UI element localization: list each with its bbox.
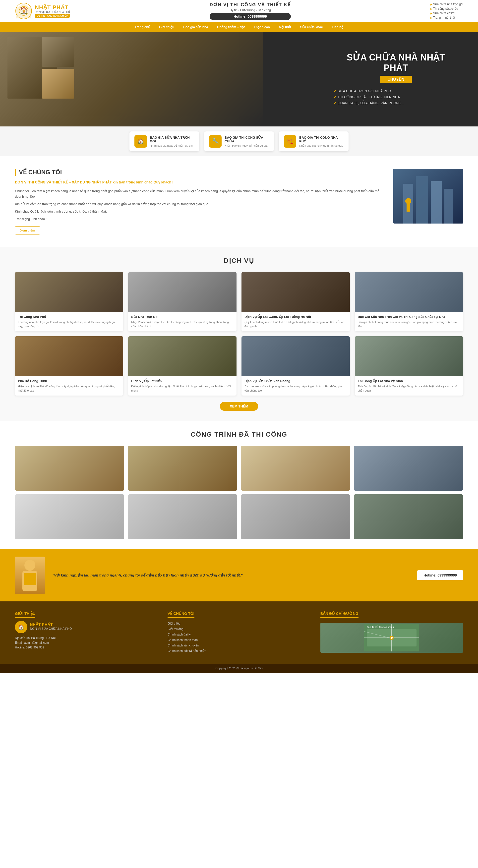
services-section: DỊCH VỤ Thi Công Nhà Phố Thi công nhà ph… (0, 247, 478, 421)
project-item (128, 446, 237, 491)
hero-image-2 (42, 69, 74, 99)
svg-rect-14 (24, 573, 36, 585)
footer: GIỚI THIỆU 🏠 NHẬT PHÁT ĐƠN VỊ SỬA CHỮA N… (0, 601, 478, 663)
main-nav: Trang chủGiới thiệuBáo giá sửa nhàChống … (0, 22, 478, 32)
service-item[interactable]: Thi Công Nhà Phố Thi công nhà phố trọn g… (15, 272, 123, 331)
service-item-image (128, 336, 237, 376)
footer-col2-title: VỀ CHÚNG TÔI (168, 611, 194, 618)
service-card[interactable]: 🏗️ BÁO GIÁ THI CÔNG NHÀ PHỐ Nhận báo giá… (279, 131, 349, 151)
service-item[interactable]: Báo Giá Sửa Nhà Trọn Gói và Thi Công Sửa… (355, 272, 463, 331)
about-highlight: ĐƠN VỊ THI CÔNG VÀ THIẾT KẾ – XÂY DỰNG N… (15, 180, 383, 185)
hero-list-item: SỬA CHỮA TRỌN GÓI NHÀ PHỐ (334, 88, 458, 94)
footer-link-item[interactable]: Chính sách vận chuyển (168, 643, 310, 648)
service-item-desc: Thi công ốp lát nhà vệ sinh. Tại vẻ đẹp … (358, 384, 460, 393)
banner-hotline[interactable]: Hotline: 0999999999 (417, 570, 463, 580)
right-link-item[interactable]: Thi công sửa chữa (430, 6, 463, 11)
service-card-content: BÁO GIÁ THI CÔNG NHÀ PHỐ Nhận báo giá ng… (299, 136, 343, 147)
hero-image-1 (42, 37, 74, 67)
service-item-desc: Hiện nay dịch vụ Phá dỡ công trình xây d… (18, 384, 120, 393)
about-paragraphs: Chúng tôi luôn tâm niệm khách hàng là nh… (15, 188, 383, 222)
svg-text:⚙: ⚙ (22, 9, 25, 13)
service-card-desc: Nhận báo giá ngay để nhận ưu đãi. (299, 144, 343, 147)
services-title: DỊCH VỤ (15, 257, 463, 265)
hero-title: SỬA CHỮA NHÀ NHẬT PHÁT (334, 52, 458, 73)
hero-images (7, 37, 74, 99)
footer-email: Email: admin@gmail.com (15, 641, 157, 645)
footer-link-item[interactable]: Giải thưởng (168, 626, 310, 632)
nav-item[interactable]: Liên hệ (327, 22, 348, 32)
hero-list-item: QUÁN CAFE, CỬA HÀNG, VĂN PHÒNG... (334, 100, 458, 106)
banner-person-image (15, 557, 45, 594)
project-item (15, 446, 124, 491)
service-item[interactable]: Dịch Vụ Sửa Chữa Văn Phòng Dịch vụ sửa c… (241, 336, 350, 396)
project-item (241, 446, 350, 491)
about-paragraph: Kính chúc Quý khách luôn thịnh vượng, sứ… (15, 209, 383, 214)
service-item-title: Dịch Vụ Sửa Chữa Văn Phòng (244, 379, 347, 383)
nav-item[interactable]: Chống thấm – dột (213, 22, 249, 32)
copyright: Copyright 2021 © Design by DEMO (215, 666, 263, 670)
about-image (393, 169, 463, 223)
nav-item[interactable]: Báo giá sửa nhà (179, 22, 213, 32)
footer-link-item[interactable]: Chính sách đổi trả sản phẩm (168, 648, 310, 654)
right-link-item[interactable]: Sửa chữa cơ khí (430, 11, 463, 16)
nav-item[interactable]: Trang chủ (130, 22, 155, 32)
service-card-content: BÁO GIÁ SỬA NHÀ TRỌN GÓI Nhận báo giá ng… (150, 136, 194, 147)
center-slogan: Uy tín - Chất lượng - Bền vững (210, 8, 291, 12)
service-item-image (241, 336, 350, 376)
service-item-info: Dịch Vụ Ốp Lát Gạch, Ốp Lát Tường Hà Nội… (241, 312, 350, 331)
service-item[interactable]: Sửa Nhà Trọn Gói Nhật Phát chuyên nhận t… (128, 272, 237, 331)
right-links: Sửa chữa nhà trọn góiThi công sửa chữaSử… (430, 2, 463, 20)
about-xem-them-button[interactable]: Xem thêm (15, 226, 40, 235)
service-item-image (355, 272, 463, 312)
logo-icon: 🏠 ⚙ (15, 2, 32, 20)
svg-rect-9 (444, 189, 453, 223)
brand-subtitle: ĐƠN VỊ SỬA CHỮA NHÀ PHỐ (35, 11, 70, 13)
footer-col3-title: BẢN ĐỒ CHỈ ĐƯỜNG (321, 611, 359, 618)
nav-item[interactable]: Nội thất (274, 22, 296, 32)
service-item-title: Báo Giá Sửa Nhà Trọn Gói và Thi Công Sửa… (358, 315, 460, 319)
service-item-desc: Quý khách đang muốn thuê thợ ốp lát gạch… (244, 320, 347, 328)
service-item[interactable]: Dịch Vụ Ốp Lát Gạch, Ốp Lát Tường Hà Nội… (241, 272, 350, 331)
service-item[interactable]: Dịch Vụ Ốp Lát Nền Đội ngũ thợ ốp lát ch… (128, 336, 237, 396)
svg-point-12 (24, 560, 35, 571)
footer-link-item[interactable]: Chính sách thanh toán (168, 637, 310, 643)
service-item-info: Phá Dỡ Công Trình Hiện nay dịch vụ Phá d… (15, 376, 123, 396)
service-card-title: BÁO GIÁ SỬA NHÀ TRỌN GÓI (150, 136, 194, 143)
about-title: VỀ CHÚNG TÔI (15, 169, 383, 176)
service-item-image (15, 336, 123, 376)
service-item[interactable]: Thi Công Ốp Lát Nhà Vệ Sinh Thi công ốp … (355, 336, 463, 396)
hero-badge: CHUYÊN (380, 76, 412, 83)
nav-item[interactable]: Thạch cao (249, 22, 274, 32)
brand-name: NHẬT PHÁT (35, 4, 70, 11)
footer-link-item[interactable]: Giới thiệu (168, 621, 310, 626)
right-link-item[interactable]: Trang trí nội thất (430, 16, 463, 20)
svg-rect-8 (431, 181, 442, 223)
map-box: Bản đồ chỉ đến văn phòng (321, 623, 463, 653)
footer-logo: 🏠 NHẬT PHÁT ĐƠN VỊ SỬA CHỮA NHÀ PHỐ (15, 621, 157, 633)
service-card[interactable]: 🏠 BÁO GIÁ SỬA NHÀ TRỌN GÓI Nhận báo giá … (129, 131, 199, 151)
nav-item[interactable]: Giới thiệu (155, 22, 179, 32)
service-item-desc: Thi công nhà phố trọn gói là một trong n… (18, 320, 120, 328)
service-item-image (128, 272, 237, 312)
right-link-item[interactable]: Sửa chữa nhà trọn gói (430, 2, 463, 6)
projects-title: CÔNG TRÌNH ĐÃ THI CÔNG (15, 431, 463, 438)
footer-col-1: GIỚI THIỆU 🏠 NHẬT PHÁT ĐƠN VỊ SỬA CHỮA N… (15, 611, 157, 654)
service-item-title: Dịch Vụ Ốp Lát Gạch, Ốp Lát Tường Hà Nội (244, 315, 347, 319)
service-item-info: Báo Giá Sửa Nhà Trọn Gói và Thi Công Sửa… (355, 312, 463, 331)
service-card-title: BÁO GIÁ THI CÔNG SỬA CHỮA (225, 136, 269, 143)
services-xem-them-button[interactable]: XEM THÊM (220, 402, 258, 411)
hotline-button[interactable]: Hotline: 0099999999 (210, 13, 291, 20)
top-bar: 🏠 ⚙ NHẬT PHÁT ĐƠN VỊ SỬA CHỮA NHÀ PHỐ UY… (0, 0, 478, 22)
center-info: ĐƠN VỊ THI CÔNG VÀ THIẾT KẾ Uy tín - Chấ… (210, 2, 291, 20)
service-card-desc: Nhận báo giá ngay để nhận ưu đãi. (150, 144, 194, 147)
service-item-image (15, 272, 123, 312)
service-item-info: Thi Công Ốp Lát Nhà Vệ Sinh Thi công ốp … (355, 376, 463, 396)
projects-grid (15, 446, 463, 539)
brand-tagline: UY TÍN - CHUYÊN NGHIỆP (35, 14, 70, 18)
nav-item[interactable]: Sửa chữa khác (296, 22, 327, 32)
service-item[interactable]: Phá Dỡ Công Trình Hiện nay dịch vụ Phá d… (15, 336, 123, 396)
footer-logo-icon: 🏠 (15, 621, 27, 633)
project-item (128, 494, 237, 539)
service-card[interactable]: 🔧 BÁO GIÁ THI CÔNG SỬA CHỮA Nhận báo giá… (204, 131, 274, 151)
footer-link-item[interactable]: Chính sách đại lý (168, 632, 310, 637)
